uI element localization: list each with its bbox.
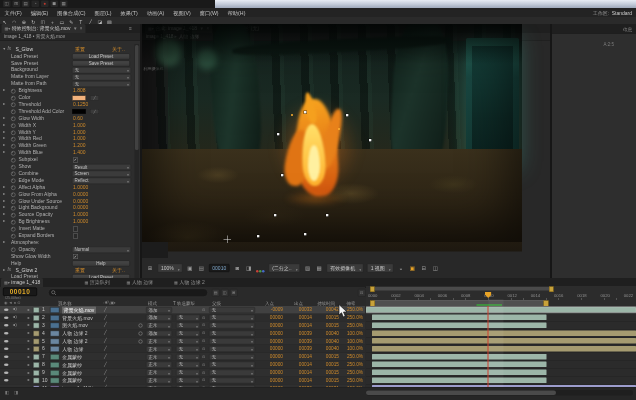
stopwatch-icon[interactable] — [11, 192, 16, 197]
layer-twirl-icon[interactable]: ► — [27, 347, 30, 351]
layer-in-value[interactable]: -0009 — [257, 307, 283, 313]
layer-in-value[interactable]: 00000 — [257, 322, 283, 328]
expand-columns-icon[interactable]: ◨ — [14, 390, 18, 395]
property-dropdown[interactable]: Reflect▼ — [72, 178, 131, 184]
exposure-icon[interactable]: ▣ — [408, 264, 416, 272]
visibility-eye-icon[interactable] — [4, 316, 9, 319]
property-value[interactable]: 1.0000 — [73, 218, 88, 224]
layer-row[interactable]: ►10金属蒙纱╱正常▼无▼⊙无▼000000001400015250.0% — [0, 377, 365, 385]
layer-twirl-icon[interactable]: ► — [27, 378, 30, 382]
stopwatch-icon[interactable] — [11, 123, 16, 128]
timeline-view-icon-1[interactable]: ▤ — [212, 289, 220, 297]
layer-out-value[interactable]: 00014 — [287, 369, 312, 375]
quality-icon[interactable]: ╱ — [104, 322, 107, 327]
titlebar-app-icon[interactable]: ◔ — [32, 1, 40, 8]
mode-dropdown[interactable]: 添加▼ — [146, 307, 172, 313]
layer-in-value[interactable]: 00000 — [257, 330, 283, 336]
property-button[interactable]: Save Preset — [72, 60, 130, 66]
stopwatch-icon[interactable] — [11, 130, 16, 135]
quality-icon[interactable]: ╱ — [104, 377, 107, 382]
visibility-eye-icon[interactable] — [4, 356, 9, 359]
audio-icon[interactable]: ◄) — [12, 307, 17, 311]
layer-row[interactable]: ►8金属蒙纱╱正常▼无▼⊙无▼000000001400015250.0% — [0, 361, 365, 369]
stopwatch-icon[interactable] — [11, 89, 16, 94]
audio-icon[interactable]: ◄) — [12, 315, 17, 319]
titlebar-app-icon[interactable]: ◼ — [51, 1, 59, 8]
layer-duration-bar[interactable] — [372, 338, 636, 344]
twirl-icon[interactable]: ► — [3, 143, 6, 147]
layer-name[interactable]: 人物 边缘 2 — [62, 330, 88, 337]
property-dropdown[interactable]: Normal▼ — [72, 247, 131, 253]
parent-pickwhip-icon[interactable]: ⊙ — [202, 307, 205, 312]
twirl-icon[interactable]: ► — [3, 212, 6, 216]
trkmat-dropdown[interactable]: 无▼ — [176, 346, 200, 352]
layer-name[interactable]: 金属蒙纱 — [62, 369, 82, 376]
mode-dropdown[interactable]: 正常▼ — [146, 338, 172, 344]
layer-out-value[interactable]: 00014 — [287, 314, 312, 320]
twirl-icon[interactable]: ► — [3, 198, 6, 202]
mode-dropdown[interactable]: 添加▼ — [146, 315, 172, 321]
label-color-chip[interactable] — [33, 307, 40, 313]
trkmat-dropdown[interactable]: 无▼ — [176, 362, 200, 368]
label-color-chip[interactable] — [33, 338, 40, 344]
tab-caret-icon[interactable]: ▼ — [73, 26, 77, 31]
label-color-chip[interactable] — [33, 370, 40, 376]
layer-duration-bar[interactable] — [372, 370, 547, 376]
layer-out-value[interactable]: 00014 — [287, 377, 312, 383]
stopwatch-icon[interactable] — [11, 144, 16, 149]
titlebar-app-icon[interactable]: ▦ — [60, 1, 68, 8]
effect-control-point[interactable] — [326, 214, 329, 217]
property-value[interactable]: 0.0000 — [73, 198, 88, 204]
effect-control-point[interactable] — [277, 133, 280, 136]
property-dropdown[interactable]: Result▼ — [72, 164, 131, 170]
mode-dropdown[interactable]: 正常▼ — [146, 346, 172, 352]
twirl-icon[interactable]: ► — [3, 136, 6, 140]
viewer-timecode[interactable]: 00010 — [209, 264, 230, 272]
twirl-icon[interactable]: ► — [3, 267, 6, 271]
fast-preview-icon[interactable]: ◫ — [431, 264, 439, 272]
property-dropdown[interactable]: 无▼ — [72, 81, 131, 87]
layer-duration-value[interactable]: 00040 — [315, 346, 339, 352]
effect-point-crosshair-icon[interactable] — [224, 236, 232, 244]
stopwatch-icon[interactable] — [11, 234, 16, 239]
snapshot-icon[interactable]: ◙ — [233, 264, 241, 272]
layer-in-value[interactable]: 00000 — [257, 346, 283, 352]
navigator-end-handle[interactable] — [549, 287, 554, 293]
quality-icon[interactable]: ╱ — [104, 338, 107, 343]
layer-name[interactable]: 测火焰.mov — [62, 322, 88, 329]
quality-icon[interactable]: ╱ — [104, 346, 107, 351]
property-value[interactable]: 0.0000 — [73, 191, 88, 197]
parent-dropdown[interactable]: 无▼ — [209, 315, 255, 321]
parent-dropdown[interactable]: 无▼ — [209, 354, 255, 360]
current-time-indicator-line[interactable] — [488, 306, 489, 387]
property-dropdown[interactable]: 无▼ — [72, 67, 131, 73]
composition-viewport[interactable] — [142, 34, 522, 252]
layer-duration-value[interactable]: 00040 — [315, 338, 339, 344]
layer-name[interactable]: 人物 边缘 2 — [62, 338, 88, 345]
layer-duration-value[interactable]: 00015 — [315, 361, 339, 367]
layer-duration-bar[interactable] — [372, 330, 636, 336]
layer-twirl-icon[interactable]: ► — [27, 362, 30, 366]
color-swatch[interactable] — [72, 109, 86, 114]
property-value[interactable]: 0.1250 — [73, 101, 88, 107]
expand-layers-icon[interactable]: ◧ — [5, 390, 9, 395]
layer-in-value[interactable]: 00000 — [257, 377, 283, 383]
layer-stretch-value[interactable]: 250.0% — [341, 354, 363, 360]
layer-name[interactable]: 金属蒙纱 — [62, 361, 82, 368]
effect-panel-scrollbar[interactable] — [135, 44, 140, 278]
stopwatch-icon[interactable] — [11, 172, 16, 177]
camera-dropdown[interactable]: 有效摄像机▼ — [327, 264, 364, 273]
property-button[interactable]: Help — [72, 260, 130, 266]
layer-in-value[interactable]: 00000 — [257, 354, 283, 360]
label-color-chip[interactable] — [33, 362, 40, 368]
mode-dropdown[interactable]: 正常▼ — [146, 377, 172, 383]
stopwatch-icon[interactable] — [11, 185, 16, 190]
visibility-eye-icon[interactable] — [4, 371, 9, 374]
quality-icon[interactable]: ╱ — [104, 314, 107, 319]
color-swatch[interactable] — [72, 95, 86, 100]
parent-dropdown[interactable]: 无▼ — [209, 307, 255, 313]
visibility-eye-icon[interactable] — [4, 332, 9, 335]
layer-stretch-value[interactable]: 100.0% — [341, 346, 363, 352]
visibility-eye-icon[interactable] — [4, 363, 9, 366]
layer-stretch-value[interactable]: 250.0% — [341, 369, 363, 375]
